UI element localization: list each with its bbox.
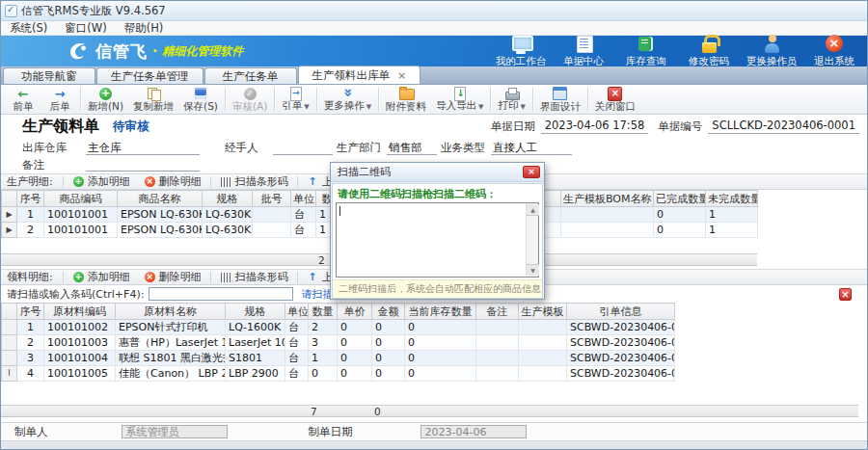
- table-row[interactable]: 70: [1, 406, 674, 417]
- column-header[interactable]: 批号: [253, 191, 291, 207]
- column-header[interactable]: 未完成数量: [706, 191, 758, 207]
- tab-production-task-mgmt[interactable]: 生产任务单管理: [96, 67, 203, 84]
- table-cell: 1: [17, 207, 44, 223]
- nav-change-password[interactable]: 修改密码: [682, 35, 736, 68]
- column-header[interactable]: 序号: [17, 304, 44, 320]
- table-cell: LaserJet 1020: [226, 335, 285, 351]
- table-cell: 0: [372, 351, 405, 366]
- column-header[interactable]: 当前库存数量: [405, 304, 476, 320]
- qr-scan-input[interactable]: [336, 202, 539, 278]
- nav-my-workbench[interactable]: 我的工作台: [494, 35, 548, 68]
- column-header[interactable]: 原材料名称: [116, 304, 226, 320]
- column-header[interactable]: 金额: [372, 304, 405, 320]
- nav-document-center[interactable]: 单据中心: [556, 35, 610, 68]
- toolbar-button-ui-design[interactable]: 界面设计: [535, 86, 585, 114]
- column-header[interactable]: 商品名称: [118, 191, 203, 207]
- mat-delete-row-button[interactable]: 删除明细: [140, 270, 205, 284]
- nav-exit-system[interactable]: 退出系统: [807, 35, 861, 68]
- table-row[interactable]: 1100101002EPSON针式打印机LQ-1600K台2000SCBWD-2…: [2, 320, 675, 335]
- menu-system[interactable]: 系统(S): [1, 21, 56, 36]
- handler-field[interactable]: [273, 141, 333, 155]
- document-footer: 制单人 系统管理员 制单日期 2023-04-06: [1, 422, 867, 440]
- tab-production-material-outbound[interactable]: 生产领料出库单 ×: [298, 66, 421, 84]
- table-cell: 4: [17, 366, 44, 382]
- column-header[interactable]: 原材料编码: [44, 304, 116, 320]
- scrollbar[interactable]: [526, 203, 538, 277]
- column-header[interactable]: 规格: [203, 191, 253, 207]
- table-cell: 100101003: [44, 335, 116, 351]
- dialog-title-bar[interactable]: 扫描二维码 ×: [331, 163, 544, 182]
- column-header[interactable]: 引单信息: [567, 304, 675, 320]
- toolbar-button-import-export[interactable]: 导入导出▼: [431, 86, 488, 114]
- column-header[interactable]: 备注: [476, 304, 519, 320]
- material-totals-row: 70: [1, 405, 858, 417]
- toolbar-button-next-doc[interactable]: 后单: [41, 86, 78, 114]
- table-cell: 100101004: [44, 351, 116, 366]
- tab-production-task[interactable]: 生产任务单: [204, 67, 297, 84]
- toolbar-button-prev-doc[interactable]: 前单: [5, 86, 41, 114]
- column-header[interactable]: 序号: [17, 191, 44, 207]
- dialog-body: 请使用二维码扫描枪扫描二维码： 二维码扫描后，系统会自动匹配相应的商品信息。: [332, 183, 543, 299]
- copy-icon: [147, 87, 160, 100]
- table-row[interactable]: 3100101004联想 S1801 黑白激光打印机S1801台1000SCBW…: [2, 351, 675, 366]
- warehouse-field[interactable]: 主仓库: [86, 141, 200, 155]
- table-cell: [225, 406, 285, 417]
- make-date-value: 2023-04-06: [420, 425, 527, 438]
- mat-scan-barcode-button[interactable]: 扫描条形码: [216, 270, 292, 284]
- nav-label: 库存查询: [626, 55, 666, 68]
- dialog-close-icon[interactable]: ×: [523, 166, 540, 178]
- production-dept-field[interactable]: 销售部: [387, 141, 437, 155]
- remark-field[interactable]: [86, 157, 200, 172]
- table-cell: [1, 254, 16, 266]
- prod-add-row-button[interactable]: 添加明细: [68, 174, 134, 189]
- column-header[interactable]: 商品编码: [44, 191, 118, 207]
- tab-bar: 功能导航窗 生产任务单管理 生产任务单 生产领料出库单 ×: [1, 66, 867, 85]
- mat-add-row-button[interactable]: 添加明细: [68, 270, 134, 284]
- toolbar-button-print[interactable]: 打印▼: [493, 86, 529, 114]
- barcode-icon: [220, 272, 232, 282]
- column-header[interactable]: 单价: [338, 304, 372, 320]
- nav-inventory-query[interactable]: 库存查询: [619, 35, 673, 68]
- doc-no-value[interactable]: SCLLCKD-20230406-0001: [708, 119, 859, 134]
- table-cell: SCBWD-20230406-0001: [567, 351, 675, 366]
- toolbar-button-save[interactable]: 保存(S): [178, 86, 223, 114]
- business-type-field[interactable]: 直接人工: [491, 141, 572, 155]
- text-caret: [339, 206, 340, 216]
- prod-delete-row-button[interactable]: 删除明细: [140, 174, 205, 189]
- column-header[interactable]: 数量: [309, 304, 338, 320]
- close-scan-icon[interactable]: ×: [839, 288, 852, 301]
- column-header[interactable]: 生产模板BOM名称: [561, 191, 654, 207]
- column-header[interactable]: 生产模板: [519, 304, 567, 320]
- table-cell: LBP 2900: [226, 366, 285, 382]
- toolbar-separator: [80, 88, 81, 111]
- tab-function-nav[interactable]: 功能导航窗: [3, 67, 95, 84]
- column-header[interactable]: [2, 191, 17, 207]
- barcode-input[interactable]: [149, 287, 293, 301]
- toolbar-button-add-new[interactable]: 新增(N): [83, 86, 128, 114]
- toolbar-button-copy-add[interactable]: 复制新增: [128, 86, 178, 114]
- bottom-strip: [1, 440, 867, 450]
- prod-scan-barcode-button[interactable]: 扫描条形码: [216, 174, 292, 189]
- column-header[interactable]: 单位: [291, 191, 316, 207]
- toolbar-button-more-actions[interactable]: 更多操作▼: [319, 86, 376, 114]
- table-row[interactable]: 2100101003惠普（HP）LaserJet 1020LaserJet 10…: [2, 335, 675, 351]
- toolbar-button-pull-order[interactable]: 引单▼: [277, 86, 313, 114]
- toolbar-button-attachments[interactable]: 附件资料: [381, 86, 431, 114]
- nav-switch-operator[interactable]: 更换操作员: [745, 35, 799, 68]
- tab-close-icon[interactable]: ×: [397, 70, 406, 81]
- table-cell: [476, 335, 519, 351]
- menu-window[interactable]: 窗口(W): [56, 21, 115, 36]
- business-type-label: 业务类型: [441, 141, 485, 155]
- prev-arrow-icon: [18, 87, 29, 100]
- column-header[interactable]: 已完成数量: [654, 191, 706, 207]
- toolbar-button-close-window[interactable]: 关闭窗口: [590, 86, 640, 114]
- column-header[interactable]: [2, 304, 17, 320]
- column-header[interactable]: 规格: [226, 304, 285, 320]
- doc-date-value[interactable]: 2023-04-06 17:58: [541, 119, 649, 134]
- production-dept-label: 生产部门: [337, 141, 381, 155]
- brand-separator: ·: [152, 43, 157, 59]
- nav-label: 单据中心: [563, 55, 604, 68]
- table-row[interactable]: I4100101005佳能（Canon） LBP 2900+ 黑白激LBP 29…: [2, 366, 675, 382]
- menu-help[interactable]: 帮助(H): [116, 21, 173, 36]
- column-header[interactable]: 单位: [285, 304, 309, 320]
